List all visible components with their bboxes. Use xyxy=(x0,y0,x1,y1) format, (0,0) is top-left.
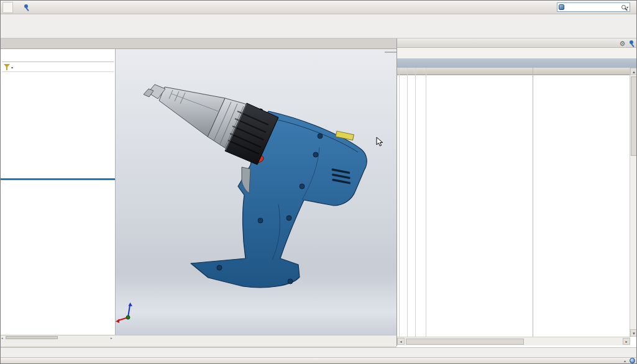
filter-icon[interactable] xyxy=(3,63,11,71)
gear-icon[interactable] xyxy=(619,40,626,47)
tc-vertical-scrollbar[interactable]: ▲ ▼ xyxy=(630,68,637,337)
teamcenter-tree xyxy=(397,75,630,337)
title-bar: ▾ xyxy=(1,1,637,14)
search-commands-input[interactable] xyxy=(564,4,621,11)
status-bar: ▴ xyxy=(1,357,637,363)
featuremanager-filter-row: ▾ xyxy=(2,63,114,72)
scrollbar-thumb[interactable] xyxy=(406,339,524,345)
solidworks-logo xyxy=(2,2,13,13)
drill-model[interactable] xyxy=(116,49,396,335)
command-manager-ribbon xyxy=(1,14,637,39)
viewport-horizontal-scrollbar[interactable]: ◂ ▸ xyxy=(1,335,396,340)
solidworks-window: ▾ ▾ xyxy=(0,0,637,364)
mouse-cursor xyxy=(377,137,383,146)
reference-triad xyxy=(116,303,132,323)
teamcenter-panel-header xyxy=(397,39,637,48)
scroll-up-icon[interactable]: ▲ xyxy=(630,68,637,75)
command-manager-tabs xyxy=(1,39,396,49)
scrollbar-thumb[interactable] xyxy=(6,336,58,339)
featuremanager-panel: ▾ xyxy=(1,49,116,335)
scroll-left-icon[interactable]: ◂ xyxy=(397,338,405,345)
filter-caret-icon[interactable]: ▾ xyxy=(11,65,13,70)
shortcut-toolbar xyxy=(1,347,637,357)
scrollbar-thumb[interactable] xyxy=(631,76,637,156)
tc-table-header xyxy=(397,68,630,75)
search-commands-box: ▾ xyxy=(557,2,630,12)
unit-system-caret-icon[interactable]: ▴ xyxy=(620,358,630,363)
pin-menu-icon[interactable] xyxy=(23,4,30,11)
task-pane-strip xyxy=(385,52,396,53)
search-scope-icon xyxy=(559,4,564,10)
pin-panel-icon[interactable] xyxy=(628,40,635,47)
scroll-down-icon[interactable]: ▼ xyxy=(630,329,637,337)
tc-horizontal-scrollbar[interactable]: ◂ ▸ xyxy=(397,337,630,345)
search-icon[interactable] xyxy=(621,5,626,9)
featuremanager-tab-strip xyxy=(2,51,114,62)
panel-splitter[interactable] xyxy=(1,178,115,180)
panel-header-icons xyxy=(619,40,637,47)
scroll-right-icon[interactable]: ▸ xyxy=(623,338,630,345)
model-tab-bar xyxy=(1,340,396,347)
teamcenter-banner xyxy=(397,58,637,68)
web-status-icon[interactable] xyxy=(630,358,635,363)
teamcenter-toolbar xyxy=(397,48,637,58)
graphics-viewport[interactable] xyxy=(116,49,396,335)
teamcenter-panel: ▲ ▼ ◂ ▸ xyxy=(396,39,637,346)
